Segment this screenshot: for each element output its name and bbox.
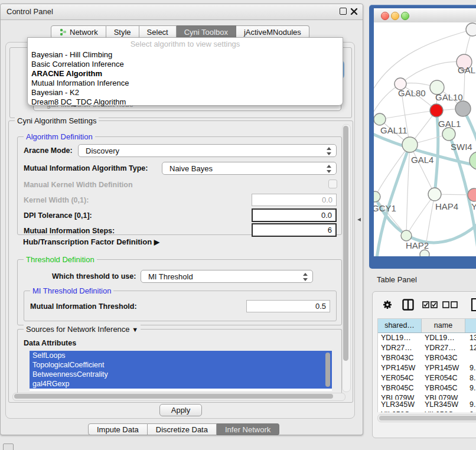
table-panel-toolbar — [373, 296, 476, 314]
node-label: GAL4 — [411, 155, 433, 165]
menu-item-aracne[interactable]: ARACNE Algorithm — [30, 69, 338, 79]
apply-button[interactable]: Apply — [159, 404, 202, 416]
settings-vertical-scrollbar[interactable] — [342, 124, 351, 392]
column-header-name[interactable]: name — [422, 319, 465, 332]
network-icon — [59, 28, 67, 36]
kernel-width-field[interactable]: 0.0 — [252, 194, 337, 206]
network-node-gcy1[interactable] — [374, 191, 380, 202]
network-window: GAL GAL80 GAL10 GAL1 GAL11 SWI4 GAL4 HAP… — [369, 5, 476, 269]
mi-algorithm-type-combo[interactable]: Naive Bayes — [162, 162, 337, 175]
tab-infer-network[interactable]: Infer Network — [217, 423, 279, 435]
new-table-icon[interactable] — [471, 298, 476, 312]
table-horizontal-scrollbar-thumb[interactable] — [379, 416, 476, 420]
list-item[interactable]: SelfLoops — [30, 351, 332, 360]
table-header-row: shared… name — [378, 319, 476, 333]
node-label: SWI4 — [451, 142, 472, 152]
network-node-gal11[interactable] — [374, 113, 386, 125]
mi-threshold-definition-group: MI Threshold Definition Mutual Informati… — [24, 291, 337, 321]
stepper-arrows-icon — [326, 165, 331, 173]
network-node[interactable] — [470, 152, 476, 169]
threshold-definition-title: Threshold Definition — [24, 255, 97, 264]
close-traffic-light-icon[interactable] — [381, 12, 389, 20]
docked-panel-icon[interactable] — [3, 444, 14, 450]
gear-icon[interactable] — [382, 299, 393, 310]
node-label: GAL10 — [435, 92, 463, 102]
settings-horizontal-scrollbar[interactable] — [12, 393, 345, 401]
network-node-gal1-selected[interactable] — [430, 104, 443, 117]
which-threshold-label: Which threshold to use: — [52, 272, 136, 281]
control-panel-titlebar: Control Panel — [1, 4, 363, 20]
mi-algorithm-type-label: Mutual Information Algorithm Type: — [24, 164, 148, 172]
table-body-overflow: YLR345WYLR345W9. YIL052CYIL052C0. — [378, 400, 476, 412]
list-item[interactable]: gal4RGexp — [30, 379, 332, 389]
data-attributes-label: Data Attributes — [24, 339, 76, 347]
list-item[interactable]: BetweennessCentrality — [30, 370, 332, 379]
column-layout-icon[interactable] — [402, 299, 414, 311]
hub-definition-toggle[interactable]: Hub/Transcription Factor Definition ▶ — [23, 237, 159, 246]
float-window-icon[interactable] — [340, 8, 347, 15]
minimize-traffic-light-icon[interactable] — [391, 12, 399, 20]
network-window-titlebar — [374, 8, 476, 23]
settings-horizontal-scrollbar-thumb[interactable] — [14, 394, 333, 399]
control-panel-window: Control Panel Network Style Select Cyni … — [0, 4, 363, 435]
table-panel-title: Table Panel — [377, 275, 417, 284]
mi-steps-label: Mutual Information Steps: — [24, 227, 115, 235]
node-label: HAP2 — [406, 240, 429, 250]
network-node[interactable] — [420, 250, 429, 256]
mi-threshold-label: Mutual Information Threshold: — [30, 302, 137, 311]
stepper-arrows-icon — [302, 273, 307, 281]
stepper-arrows-icon — [326, 147, 331, 155]
table-horizontal-scrollbar[interactable] — [377, 414, 476, 422]
bottom-tabbar: Impute Data Discretize Data Infer Networ… — [88, 423, 279, 435]
network-node-hap4[interactable] — [428, 188, 441, 201]
node-label: GAL11 — [380, 125, 407, 135]
settings-vertical-scrollbar-thumb[interactable] — [343, 126, 348, 361]
network-canvas[interactable]: GAL GAL80 GAL10 GAL1 GAL11 SWI4 GAL4 HAP… — [374, 22, 476, 256]
menu-item-bayesian-hill-climbing[interactable]: Bayesian - Hill Climbing — [30, 50, 338, 60]
network-node-swi4[interactable] — [442, 128, 455, 141]
network-node-gray[interactable] — [455, 101, 471, 116]
list-item[interactable]: TopologicalCoefficient — [30, 360, 332, 370]
algorithm-dropdown-prompt: Select algorithm to view settings — [28, 40, 343, 48]
mi-threshold-field[interactable]: 0.5 — [246, 300, 330, 312]
tab-discretize-data[interactable]: Discretize Data — [148, 423, 217, 435]
tab-impute-data[interactable]: Impute Data — [88, 423, 148, 435]
network-node-hap2[interactable] — [401, 230, 412, 241]
which-threshold-combo[interactable]: MI Threshold — [141, 270, 313, 283]
mi-steps-field[interactable]: 6 — [252, 223, 337, 237]
column-header-partial[interactable] — [465, 319, 476, 332]
manual-kernel-width-checkbox[interactable] — [328, 180, 337, 188]
algorithm-definition-group: Algorithm Definition Aracne Mode: Discov… — [17, 136, 342, 235]
node-table: shared… name YDL19…YDL19…13 YDR27…YDR27…… — [377, 318, 476, 412]
menu-item-dream8[interactable]: Dream8 DC_TDC Algorithm — [30, 97, 338, 107]
cyni-algorithm-settings-group: Cyni Algorithm Settings Algorithm Defini… — [8, 120, 353, 403]
node-label: GAL80 — [398, 88, 426, 98]
screen: Control Panel Network Style Select Cyni … — [0, 0, 476, 450]
zoom-traffic-light-icon[interactable] — [401, 12, 409, 20]
network-node-gal4[interactable] — [402, 137, 418, 152]
deselect-all-checkboxes-icon[interactable] — [442, 301, 458, 308]
sources-title: Sources for Network Inference ▼ — [24, 325, 141, 334]
manual-kernel-width-label: Manual Kernel Width Definition — [24, 181, 133, 189]
node-label: HAP4 — [435, 201, 458, 211]
chevron-down-icon[interactable]: ▼ — [132, 326, 138, 333]
column-header-shared-name[interactable]: shared… — [378, 319, 422, 332]
select-all-checkboxes-icon[interactable] — [422, 301, 438, 308]
list-scrollbar-thumb[interactable] — [325, 353, 330, 387]
node-label: GAL1 — [438, 119, 461, 129]
network-node[interactable] — [466, 23, 476, 36]
menu-item-basic-correlation[interactable]: Basic Correlation Inference — [30, 60, 338, 69]
node-label: GCY1 — [374, 203, 396, 213]
threshold-definition-group: Threshold Definition Which threshold to … — [17, 259, 342, 325]
menu-item-bayesian-k2[interactable]: Bayesian - K2 — [30, 88, 338, 97]
aracne-mode-combo[interactable]: Discovery — [78, 144, 337, 157]
close-icon[interactable] — [350, 8, 358, 15]
kernel-width-label: Kernel Width (0,1): — [24, 196, 89, 204]
dpi-tolerance-field[interactable]: 0.0 — [252, 208, 337, 222]
menu-item-mutual-information[interactable]: Mutual Information Inference — [30, 79, 338, 88]
table-panel: shared… name YDL19…YDL19…13 YDR27…YDR27…… — [372, 291, 476, 438]
aracne-mode-label: Aracne Mode: — [24, 146, 73, 155]
table-body: YDL19…YDL19…13 YDR27…YDR27…12 YBR043CYBR… — [378, 333, 476, 400]
data-attributes-list[interactable]: SelfLoops TopologicalCoefficient Between… — [30, 351, 332, 391]
node-label: GAL — [458, 65, 475, 75]
